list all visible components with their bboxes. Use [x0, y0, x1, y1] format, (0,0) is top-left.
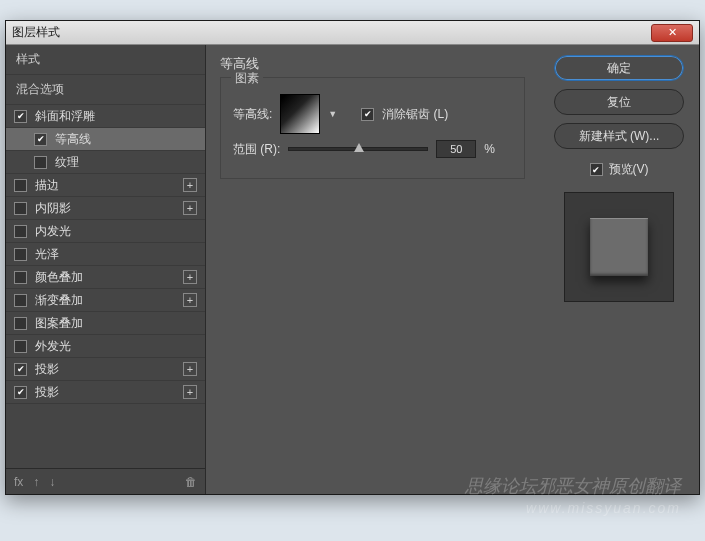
reset-button[interactable]: 复位: [554, 89, 684, 115]
preview-label: 预览(V): [609, 161, 649, 178]
styles-header[interactable]: 样式: [6, 45, 205, 75]
effect-checkbox[interactable]: [14, 202, 27, 215]
effect-row-5[interactable]: 内发光: [6, 220, 205, 243]
new-style-button[interactable]: 新建样式 (W)...: [554, 123, 684, 149]
effect-checkbox[interactable]: [14, 317, 27, 330]
elements-group: 图素 等高线: ▼ 消除锯齿 (L) 范围 (R): 50 %: [220, 77, 525, 179]
sidebar-footer: fx ↑ ↓ 🗑: [6, 468, 205, 494]
effect-row-10[interactable]: 外发光: [6, 335, 205, 358]
effect-label: 投影: [35, 384, 59, 401]
add-effect-icon[interactable]: +: [183, 201, 197, 215]
effect-label: 内发光: [35, 223, 71, 240]
effect-checkbox[interactable]: [14, 110, 27, 123]
effect-checkbox[interactable]: [34, 133, 47, 146]
slider-thumb-icon[interactable]: [354, 143, 364, 152]
sidebar: 样式 混合选项 斜面和浮雕等高线纹理描边+内阴影+内发光光泽颜色叠加+渐变叠加+…: [6, 45, 206, 494]
effect-label: 描边: [35, 177, 59, 194]
effect-label: 颜色叠加: [35, 269, 83, 286]
contour-label: 等高线:: [233, 106, 272, 123]
effect-label: 纹理: [55, 154, 79, 171]
range-value-input[interactable]: 50: [436, 140, 476, 158]
panel-title: 等高线: [220, 55, 525, 73]
effect-label: 内阴影: [35, 200, 71, 217]
titlebar[interactable]: 图层样式 ✕: [6, 21, 699, 45]
effect-label: 渐变叠加: [35, 292, 83, 309]
effect-checkbox[interactable]: [34, 156, 47, 169]
effect-row-12[interactable]: 投影+: [6, 381, 205, 404]
effect-checkbox[interactable]: [14, 271, 27, 284]
add-effect-icon[interactable]: +: [183, 293, 197, 307]
effect-row-0[interactable]: 斜面和浮雕: [6, 105, 205, 128]
add-effect-icon[interactable]: +: [183, 270, 197, 284]
effect-row-7[interactable]: 颜色叠加+: [6, 266, 205, 289]
dialog-title: 图层样式: [12, 24, 60, 41]
ok-button[interactable]: 确定: [554, 55, 684, 81]
range-slider[interactable]: [288, 147, 428, 151]
effect-checkbox[interactable]: [14, 248, 27, 261]
add-effect-icon[interactable]: +: [183, 178, 197, 192]
contour-picker[interactable]: [280, 94, 320, 134]
effect-checkbox[interactable]: [14, 340, 27, 353]
effect-row-6[interactable]: 光泽: [6, 243, 205, 266]
effect-row-3[interactable]: 描边+: [6, 174, 205, 197]
layer-style-dialog: 图层样式 ✕ 样式 混合选项 斜面和浮雕等高线纹理描边+内阴影+内发光光泽颜色叠…: [5, 20, 700, 495]
effect-row-11[interactable]: 投影+: [6, 358, 205, 381]
right-panel: 确定 复位 新建样式 (W)... 预览(V): [539, 45, 699, 494]
group-legend: 图素: [231, 70, 263, 87]
move-up-icon[interactable]: ↑: [33, 475, 39, 489]
add-effect-icon[interactable]: +: [183, 362, 197, 376]
settings-panel: 等高线 图素 等高线: ▼ 消除锯齿 (L) 范围 (R): 50: [206, 45, 539, 494]
effect-label: 图案叠加: [35, 315, 83, 332]
effect-checkbox[interactable]: [14, 225, 27, 238]
effect-label: 外发光: [35, 338, 71, 355]
effect-row-8[interactable]: 渐变叠加+: [6, 289, 205, 312]
fx-icon[interactable]: fx: [14, 475, 23, 489]
effect-label: 等高线: [55, 131, 91, 148]
effect-row-9[interactable]: 图案叠加: [6, 312, 205, 335]
range-unit: %: [484, 142, 495, 156]
preview-inner: [590, 218, 648, 276]
blend-options-header[interactable]: 混合选项: [6, 75, 205, 105]
effect-row-2[interactable]: 纹理: [6, 151, 205, 174]
trash-icon[interactable]: 🗑: [185, 475, 197, 489]
preview-checkbox[interactable]: [590, 163, 603, 176]
effect-label: 斜面和浮雕: [35, 108, 95, 125]
preview-swatch: [564, 192, 674, 302]
effect-checkbox[interactable]: [14, 386, 27, 399]
effect-checkbox[interactable]: [14, 179, 27, 192]
antialias-label: 消除锯齿 (L): [382, 106, 448, 123]
effect-checkbox[interactable]: [14, 294, 27, 307]
antialias-checkbox[interactable]: [361, 108, 374, 121]
effect-checkbox[interactable]: [14, 363, 27, 376]
effect-label: 光泽: [35, 246, 59, 263]
effect-label: 投影: [35, 361, 59, 378]
add-effect-icon[interactable]: +: [183, 385, 197, 399]
range-label: 范围 (R):: [233, 141, 280, 158]
effect-row-1[interactable]: 等高线: [6, 128, 205, 151]
effect-row-4[interactable]: 内阴影+: [6, 197, 205, 220]
move-down-icon[interactable]: ↓: [49, 475, 55, 489]
close-icon: ✕: [668, 26, 677, 39]
close-button[interactable]: ✕: [651, 24, 693, 42]
chevron-down-icon[interactable]: ▼: [328, 109, 337, 119]
effects-list: 斜面和浮雕等高线纹理描边+内阴影+内发光光泽颜色叠加+渐变叠加+图案叠加外发光投…: [6, 105, 205, 468]
